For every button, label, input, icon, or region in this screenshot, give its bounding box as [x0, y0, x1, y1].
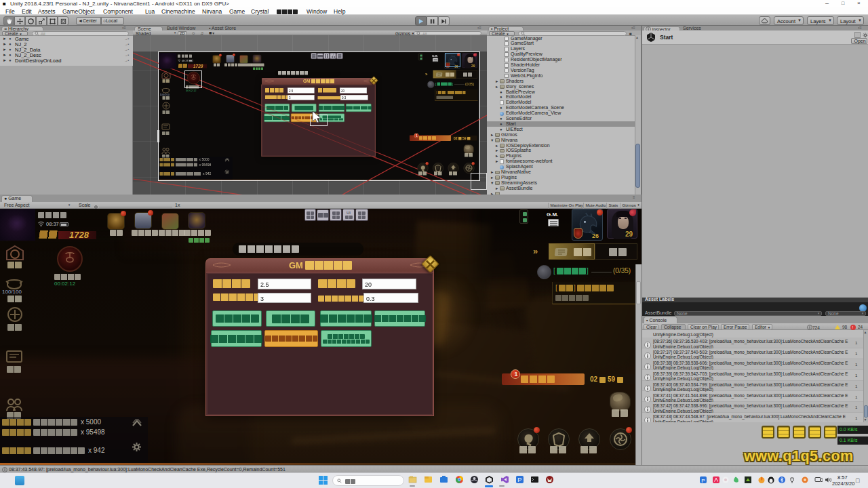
svg-text:P: P [517, 476, 521, 483]
svg-text:P: P [701, 478, 705, 484]
